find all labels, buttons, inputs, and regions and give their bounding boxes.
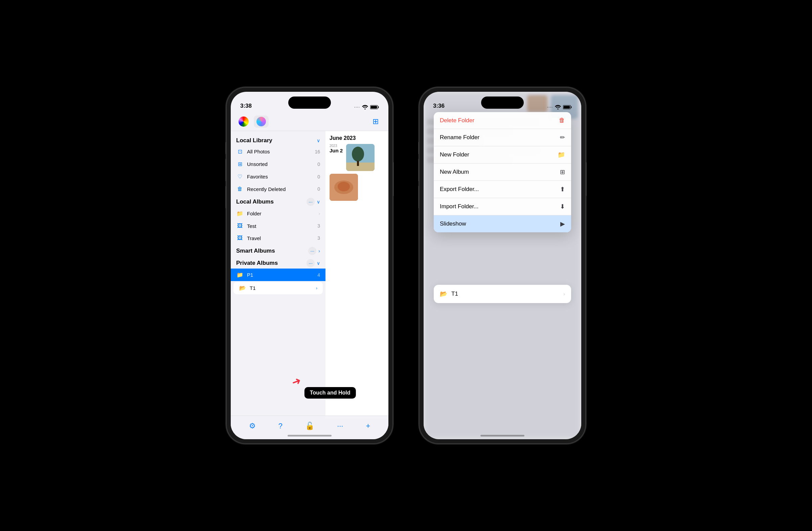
status-time: 3:38 <box>240 102 252 109</box>
t1-label: T1 <box>250 285 313 291</box>
status-time-2: 3:36 <box>433 102 445 109</box>
menu-item-rename-folder[interactable]: Rename Folder ✏ <box>434 129 571 146</box>
tab-sidebar[interactable]: ⊞ <box>368 115 383 128</box>
sidebar-item-favorites[interactable]: ♡ Favorites 0 <box>231 170 325 183</box>
private-albums-dots[interactable]: ··· <box>306 259 315 267</box>
dynamic-island <box>288 97 331 109</box>
svg-point-11 <box>557 108 559 109</box>
tree-photo-svg <box>346 144 375 171</box>
folder-plus-icon: 📁 <box>557 151 565 158</box>
dynamic-island-2 <box>481 97 524 109</box>
folder-icon: 📁 <box>236 210 244 217</box>
sidebar-item-p1[interactable]: 📁 P1 4 <box>231 268 325 281</box>
status-icons-2: ···· <box>547 104 572 109</box>
food-photo-svg <box>330 174 358 201</box>
tab-albums[interactable] <box>254 115 269 128</box>
t1-folder-icon-2: 📂 <box>440 290 447 298</box>
favorites-icon: ♡ <box>236 173 244 180</box>
touch-hold-label: Touch and Hold <box>310 390 350 395</box>
local-library-title: Local Library <box>236 137 315 144</box>
photo-tree[interactable] <box>346 144 375 171</box>
test-count: 3 <box>317 223 320 228</box>
wifi-icon <box>362 105 368 109</box>
menu-item-new-album[interactable]: New Album ⊞ <box>434 164 571 181</box>
power-button[interactable] <box>392 162 394 196</box>
home-indicator-2 <box>480 435 524 436</box>
photo-food[interactable] <box>330 174 358 201</box>
t1-item-label: T1 <box>451 291 559 297</box>
test-icon: 🖼 <box>236 223 244 229</box>
test-label: Test <box>247 223 314 229</box>
export-folder-label: Export Folder... <box>440 186 556 193</box>
sidebar-item-unsorted[interactable]: ⊞ Unsorted 0 <box>231 158 325 170</box>
private-albums-title: Private Albums <box>236 260 304 266</box>
menu-item-delete-folder[interactable]: Delete Folder 🗑 <box>434 112 571 129</box>
delete-folder-label: Delete Folder <box>440 117 555 124</box>
all-photos-label: All Photos <box>247 149 311 154</box>
folder-chevron: › <box>319 211 320 216</box>
local-albums-header: Local Albums ··· ∨ <box>231 195 325 207</box>
photo-row2 <box>330 174 385 201</box>
local-albums-dots[interactable]: ··· <box>306 198 315 206</box>
smart-albums-dots[interactable]: ··· <box>308 247 316 255</box>
local-albums-chevron[interactable]: ∨ <box>317 199 320 205</box>
smart-albums-chevron[interactable]: › <box>318 248 320 254</box>
wifi-icon-2 <box>555 105 561 109</box>
all-photos-icon: ⊡ <box>236 148 244 155</box>
add-toolbar-icon[interactable]: + <box>366 422 371 430</box>
menu-item-export-folder[interactable]: Export Folder... ⬆ <box>434 181 571 198</box>
power-button-2[interactable] <box>585 162 587 196</box>
photo-year: 2023 <box>330 144 343 148</box>
smart-albums-header: Smart Albums ··· › <box>231 244 325 256</box>
volume-up-button[interactable] <box>225 159 227 181</box>
gear-toolbar-icon[interactable]: ⚙ <box>249 422 256 430</box>
phone1: 3:38 ···· <box>227 88 392 443</box>
recently-deleted-count: 0 <box>317 186 320 192</box>
import-folder-label: Import Folder... <box>440 203 556 210</box>
sidebar-item-folder[interactable]: 📁 Folder › <box>231 207 325 220</box>
lock-toolbar-icon[interactable]: 🔓 <box>305 422 314 430</box>
svg-rect-3 <box>371 106 377 108</box>
svg-rect-2 <box>378 106 379 108</box>
menu-item-slideshow[interactable]: Slideshow ▶ <box>434 215 571 232</box>
local-library-chevron[interactable]: ∨ <box>317 138 320 143</box>
p1-icon: 📁 <box>236 271 244 278</box>
sidebar-item-test[interactable]: 🖼 Test 3 <box>231 220 325 232</box>
volume-up-button-2[interactable] <box>418 159 420 181</box>
sidebar-item-all-photos[interactable]: ⊡ All Photos 16 <box>231 145 325 158</box>
content-area: ⊞ Local Library ∨ ⊡ All Photos 16 ⊞ Unso… <box>231 112 388 419</box>
photo-day: Jun 2 <box>330 148 343 153</box>
svg-point-6 <box>352 146 364 162</box>
more-toolbar-icon[interactable]: ··· <box>337 422 343 430</box>
menu-item-new-folder[interactable]: New Folder 📁 <box>434 146 571 164</box>
folder-label: Folder <box>247 211 315 216</box>
menu-item-import-folder[interactable]: Import Folder... ⬇ <box>434 198 571 215</box>
recently-deleted-label: Recently Deleted <box>247 186 314 192</box>
svg-point-10 <box>338 182 350 191</box>
volume-down-button[interactable] <box>225 186 227 208</box>
new-folder-label: New Folder <box>440 151 554 158</box>
month-header: June 2023 <box>330 135 385 141</box>
share-down-icon: ⬇ <box>560 203 565 210</box>
photo-date-info: 2023 Jun 2 <box>330 144 343 153</box>
travel-count: 3 <box>317 235 320 241</box>
sidebar-item-travel[interactable]: 🖼 Travel 3 <box>231 232 325 244</box>
t1-folder-item[interactable]: 📂 T1 › <box>434 285 571 303</box>
help-toolbar-icon[interactable]: ? <box>278 422 282 430</box>
battery-icon-2 <box>563 105 572 109</box>
recently-deleted-icon: 🗑 <box>236 186 244 192</box>
photos-rainbow-icon <box>238 116 249 127</box>
status-icons: ···· <box>354 104 379 109</box>
home-indicator <box>288 435 332 436</box>
sidebar-item-t1[interactable]: 📂 T1 › <box>233 282 323 294</box>
tab-photos[interactable] <box>236 115 251 128</box>
svg-rect-13 <box>571 106 572 108</box>
t1-item-chevron: › <box>563 291 565 297</box>
sidebar-item-recently-deleted[interactable]: 🗑 Recently Deleted 0 <box>231 183 325 195</box>
mute-button[interactable] <box>225 142 227 154</box>
new-album-label: New Album <box>440 169 556 176</box>
trash-red-icon: 🗑 <box>559 117 565 124</box>
mute-button-2[interactable] <box>418 142 420 154</box>
volume-down-button-2[interactable] <box>418 186 420 208</box>
private-albums-chevron[interactable]: ∨ <box>317 261 320 266</box>
